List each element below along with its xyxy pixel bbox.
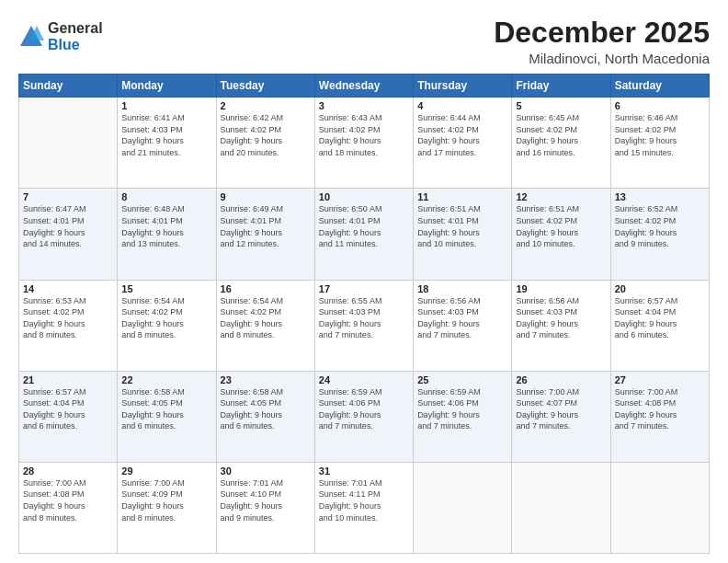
calendar-cell: 29Sunrise: 7:00 AMSunset: 4:09 PMDayligh…	[118, 462, 216, 553]
day-number: 31	[319, 465, 409, 477]
day-info: Sunrise: 6:53 AMSunset: 4:02 PMDaylight:…	[23, 295, 113, 341]
day-info: Sunrise: 6:48 AMSunset: 4:01 PMDaylight:…	[121, 203, 211, 249]
day-info: Sunrise: 6:44 AMSunset: 4:02 PMDaylight:…	[417, 112, 507, 158]
day-number: 10	[319, 191, 409, 202]
calendar-week-row: 21Sunrise: 6:57 AMSunset: 4:04 PMDayligh…	[19, 371, 710, 462]
day-number: 26	[516, 374, 606, 385]
weekday-header: Tuesday	[216, 75, 314, 98]
day-info: Sunrise: 6:56 AMSunset: 4:03 PMDaylight:…	[417, 295, 507, 341]
calendar-cell: 15Sunrise: 6:54 AMSunset: 4:02 PMDayligh…	[118, 280, 216, 371]
day-info: Sunrise: 6:50 AMSunset: 4:01 PMDaylight:…	[319, 203, 409, 249]
day-number: 23	[221, 374, 311, 385]
calendar-cell: 7Sunrise: 6:47 AMSunset: 4:01 PMDaylight…	[19, 189, 118, 280]
day-number: 9	[221, 191, 311, 202]
day-number: 21	[23, 374, 113, 385]
day-info: Sunrise: 6:59 AMSunset: 4:06 PMDaylight:…	[417, 386, 507, 432]
calendar-cell	[512, 462, 610, 553]
day-number: 17	[319, 283, 409, 294]
day-number: 5	[516, 100, 606, 111]
day-info: Sunrise: 6:49 AMSunset: 4:01 PMDaylight:…	[221, 203, 311, 249]
day-info: Sunrise: 6:46 AMSunset: 4:02 PMDaylight:…	[615, 112, 705, 158]
calendar-cell: 5Sunrise: 6:45 AMSunset: 4:02 PMDaylight…	[512, 98, 610, 189]
calendar-cell: 22Sunrise: 6:58 AMSunset: 4:05 PMDayligh…	[118, 371, 216, 462]
day-number: 27	[615, 374, 705, 385]
day-info: Sunrise: 6:55 AMSunset: 4:03 PMDaylight:…	[319, 295, 409, 341]
calendar-week-row: 14Sunrise: 6:53 AMSunset: 4:02 PMDayligh…	[19, 280, 710, 371]
calendar-cell: 1Sunrise: 6:41 AMSunset: 4:03 PMDaylight…	[118, 98, 216, 189]
weekday-header: Monday	[118, 75, 216, 98]
day-info: Sunrise: 6:58 AMSunset: 4:05 PMDaylight:…	[121, 386, 211, 432]
day-number: 28	[23, 465, 113, 477]
day-info: Sunrise: 6:47 AMSunset: 4:01 PMDaylight:…	[23, 203, 113, 249]
day-number: 1	[121, 100, 211, 111]
calendar-cell: 27Sunrise: 7:00 AMSunset: 4:08 PMDayligh…	[610, 371, 709, 462]
calendar-cell: 9Sunrise: 6:49 AMSunset: 4:01 PMDaylight…	[216, 189, 314, 280]
calendar-week-row: 1Sunrise: 6:41 AMSunset: 4:03 PMDaylight…	[19, 98, 710, 189]
calendar-cell: 8Sunrise: 6:48 AMSunset: 4:01 PMDaylight…	[118, 189, 216, 280]
day-info: Sunrise: 6:54 AMSunset: 4:02 PMDaylight:…	[121, 295, 211, 341]
calendar-cell: 17Sunrise: 6:55 AMSunset: 4:03 PMDayligh…	[314, 280, 413, 371]
day-number: 16	[221, 283, 311, 294]
calendar-cell: 11Sunrise: 6:51 AMSunset: 4:01 PMDayligh…	[414, 189, 512, 280]
day-number: 7	[23, 191, 113, 202]
day-number: 22	[121, 374, 211, 385]
weekday-header: Friday	[512, 75, 610, 98]
calendar-cell: 16Sunrise: 6:54 AMSunset: 4:02 PMDayligh…	[216, 280, 314, 371]
day-number: 8	[121, 191, 211, 202]
logo-blue: Blue	[48, 37, 103, 53]
day-info: Sunrise: 7:00 AMSunset: 4:08 PMDaylight:…	[23, 477, 113, 523]
calendar-cell: 26Sunrise: 7:00 AMSunset: 4:07 PMDayligh…	[512, 371, 610, 462]
calendar-cell: 30Sunrise: 7:01 AMSunset: 4:10 PMDayligh…	[216, 462, 314, 553]
header: General Blue December 2025 Miladinovci, …	[18, 17, 710, 66]
day-number: 24	[319, 374, 409, 385]
page: General Blue December 2025 Miladinovci, …	[0, 0, 728, 563]
logo-text: General Blue	[48, 20, 103, 52]
weekday-header: Sunday	[19, 75, 118, 98]
day-info: Sunrise: 6:56 AMSunset: 4:03 PMDaylight:…	[516, 295, 606, 341]
title-month: December 2025	[494, 17, 710, 49]
calendar-header-row: SundayMondayTuesdayWednesdayThursdayFrid…	[19, 75, 710, 98]
day-info: Sunrise: 6:52 AMSunset: 4:02 PMDaylight:…	[615, 203, 705, 249]
day-info: Sunrise: 6:51 AMSunset: 4:01 PMDaylight:…	[417, 203, 507, 249]
day-number: 14	[23, 283, 113, 294]
day-info: Sunrise: 7:00 AMSunset: 4:08 PMDaylight:…	[615, 386, 705, 432]
day-info: Sunrise: 7:01 AMSunset: 4:10 PMDaylight:…	[221, 477, 311, 523]
day-number: 29	[121, 465, 211, 477]
weekday-header: Thursday	[414, 75, 512, 98]
calendar-cell	[19, 98, 118, 189]
calendar-cell: 6Sunrise: 6:46 AMSunset: 4:02 PMDaylight…	[610, 98, 709, 189]
logo: General Blue	[18, 20, 103, 52]
title-block: December 2025 Miladinovci, North Macedon…	[494, 17, 710, 66]
logo-general: General	[48, 20, 103, 37]
day-number: 6	[615, 100, 705, 111]
day-number: 11	[417, 191, 507, 202]
day-number: 19	[516, 283, 606, 294]
calendar-cell	[610, 462, 709, 553]
day-info: Sunrise: 6:57 AMSunset: 4:04 PMDaylight:…	[615, 295, 705, 341]
day-info: Sunrise: 6:57 AMSunset: 4:04 PMDaylight:…	[23, 386, 113, 432]
day-info: Sunrise: 6:45 AMSunset: 4:02 PMDaylight:…	[516, 112, 606, 158]
day-info: Sunrise: 6:51 AMSunset: 4:02 PMDaylight:…	[516, 203, 606, 249]
day-info: Sunrise: 6:43 AMSunset: 4:02 PMDaylight:…	[319, 112, 409, 158]
day-number: 18	[417, 283, 507, 294]
day-info: Sunrise: 6:54 AMSunset: 4:02 PMDaylight:…	[221, 295, 311, 341]
calendar-cell: 23Sunrise: 6:58 AMSunset: 4:05 PMDayligh…	[216, 371, 314, 462]
day-info: Sunrise: 6:58 AMSunset: 4:05 PMDaylight:…	[221, 386, 311, 432]
calendar-week-row: 7Sunrise: 6:47 AMSunset: 4:01 PMDaylight…	[19, 189, 710, 280]
calendar-cell: 14Sunrise: 6:53 AMSunset: 4:02 PMDayligh…	[19, 280, 118, 371]
calendar-cell: 4Sunrise: 6:44 AMSunset: 4:02 PMDaylight…	[414, 98, 512, 189]
calendar-cell: 24Sunrise: 6:59 AMSunset: 4:06 PMDayligh…	[314, 371, 413, 462]
day-number: 20	[615, 283, 705, 294]
calendar-table: SundayMondayTuesdayWednesdayThursdayFrid…	[18, 74, 710, 554]
calendar-cell: 2Sunrise: 6:42 AMSunset: 4:02 PMDaylight…	[216, 98, 314, 189]
calendar-cell: 31Sunrise: 7:01 AMSunset: 4:11 PMDayligh…	[314, 462, 413, 553]
day-number: 15	[121, 283, 211, 294]
calendar-cell	[414, 462, 512, 553]
weekday-header: Saturday	[610, 75, 709, 98]
day-number: 2	[221, 100, 311, 111]
day-number: 25	[417, 374, 507, 385]
day-info: Sunrise: 7:00 AMSunset: 4:07 PMDaylight:…	[516, 386, 606, 432]
day-number: 30	[221, 465, 311, 477]
day-info: Sunrise: 7:00 AMSunset: 4:09 PMDaylight:…	[121, 477, 211, 523]
calendar-cell: 28Sunrise: 7:00 AMSunset: 4:08 PMDayligh…	[19, 462, 118, 553]
